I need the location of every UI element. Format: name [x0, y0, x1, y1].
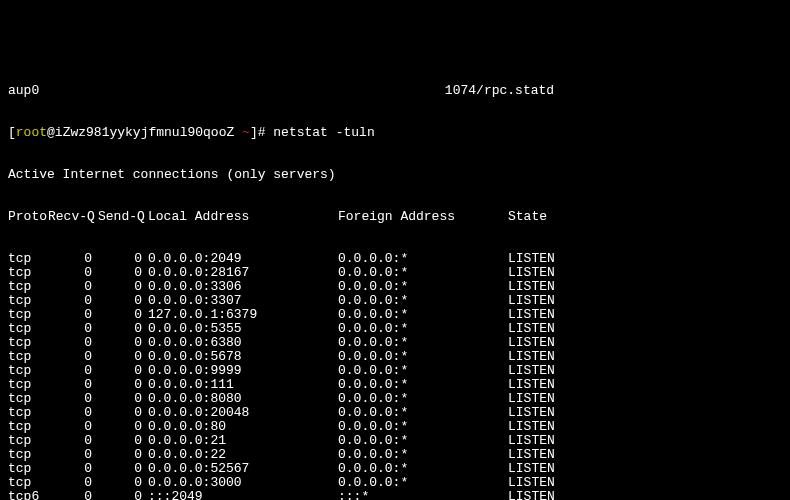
table-row: tcp000.0.0.0:53550.0.0.0:*LISTEN — [8, 322, 782, 336]
cell-recvq: 0 — [48, 308, 98, 322]
cell-proto: tcp — [8, 266, 48, 280]
cell-recvq: 0 — [48, 252, 98, 266]
cell-foreign: 0.0.0.0:* — [338, 350, 508, 364]
table-row: tcp000.0.0.0:33070.0.0.0:*LISTEN — [8, 294, 782, 308]
table-row: tcp000.0.0.0:1110.0.0.0:*LISTEN — [8, 378, 782, 392]
cell-state: LISTEN — [508, 462, 588, 476]
cell-proto: tcp — [8, 280, 48, 294]
cell-foreign: 0.0.0.0:* — [338, 266, 508, 280]
cell-proto: tcp — [8, 448, 48, 462]
table-row: tcp600:::2049:::*LISTEN — [8, 490, 782, 500]
cell-recvq: 0 — [48, 378, 98, 392]
cell-foreign: 0.0.0.0:* — [338, 280, 508, 294]
cell-sendq: 0 — [98, 378, 148, 392]
table-row: tcp000.0.0.0:56780.0.0.0:*LISTEN — [8, 350, 782, 364]
table-row: tcp000.0.0.0:30000.0.0.0:*LISTEN — [8, 476, 782, 490]
cell-local: :::2049 — [148, 490, 338, 500]
cell-foreign: 0.0.0.0:* — [338, 294, 508, 308]
table-row: tcp000.0.0.0:80800.0.0.0:*LISTEN — [8, 392, 782, 406]
header-recvq: Recv-Q — [48, 210, 98, 224]
cell-state: LISTEN — [508, 350, 588, 364]
prompt-host: @iZwz981yykyjfmnul90qooZ — [47, 125, 242, 140]
prompt-line[interactable]: [root@iZwz981yykyjfmnul90qooZ ~]# netsta… — [8, 126, 782, 140]
cell-state: LISTEN — [508, 392, 588, 406]
active-connections-header: Active Internet connections (only server… — [8, 168, 782, 182]
header-local-address: Local Address — [148, 210, 338, 224]
cell-proto: tcp — [8, 462, 48, 476]
table-row: tcp00127.0.0.1:63790.0.0.0:*LISTEN — [8, 308, 782, 322]
cell-recvq: 0 — [48, 322, 98, 336]
cell-foreign: 0.0.0.0:* — [338, 308, 508, 322]
cell-state: LISTEN — [508, 476, 588, 490]
column-headers: ProtoRecv-QSend-QLocal AddressForeign Ad… — [8, 210, 782, 224]
cell-foreign: 0.0.0.0:* — [338, 476, 508, 490]
cell-sendq: 0 — [98, 350, 148, 364]
cell-sendq: 0 — [98, 266, 148, 280]
cell-sendq: 0 — [98, 294, 148, 308]
cell-sendq: 0 — [98, 448, 148, 462]
netstat-rows: tcp000.0.0.0:20490.0.0.0:*LISTENtcp000.0… — [8, 252, 782, 500]
cell-sendq: 0 — [98, 280, 148, 294]
cell-foreign: 0.0.0.0:* — [338, 322, 508, 336]
cell-recvq: 0 — [48, 434, 98, 448]
cell-state: LISTEN — [508, 364, 588, 378]
cell-state: LISTEN — [508, 406, 588, 420]
cell-recvq: 0 — [48, 448, 98, 462]
cell-recvq: 0 — [48, 266, 98, 280]
cell-local: 0.0.0.0:21 — [148, 434, 338, 448]
header-sendq: Send-Q — [98, 210, 148, 224]
cell-proto: tcp — [8, 322, 48, 336]
cell-state: LISTEN — [508, 434, 588, 448]
header-foreign-address: Foreign Address — [338, 210, 508, 224]
cell-sendq: 0 — [98, 420, 148, 434]
cell-recvq: 0 — [48, 350, 98, 364]
cell-local: 0.0.0.0:6380 — [148, 336, 338, 350]
table-row: tcp000.0.0.0:99990.0.0.0:*LISTEN — [8, 364, 782, 378]
cell-state: LISTEN — [508, 378, 588, 392]
cell-local: 0.0.0.0:9999 — [148, 364, 338, 378]
cell-foreign: 0.0.0.0:* — [338, 364, 508, 378]
table-row: tcp000.0.0.0:210.0.0.0:*LISTEN — [8, 434, 782, 448]
cell-local: 0.0.0.0:80 — [148, 420, 338, 434]
cell-sendq: 0 — [98, 252, 148, 266]
cell-foreign: 0.0.0.0:* — [338, 434, 508, 448]
cell-local: 0.0.0.0:3306 — [148, 280, 338, 294]
cell-sendq: 0 — [98, 406, 148, 420]
cell-foreign: 0.0.0.0:* — [338, 336, 508, 350]
terminal-output[interactable]: aup0 1074/rpc.statd [root@iZwz981yykyjfm… — [8, 56, 782, 500]
table-row: tcp000.0.0.0:525670.0.0.0:*LISTEN — [8, 462, 782, 476]
cell-recvq: 0 — [48, 336, 98, 350]
prev-output-fragment: aup0 1074/rpc.statd — [8, 84, 782, 98]
command-text: netstat -tuln — [273, 125, 374, 140]
cell-sendq: 0 — [98, 434, 148, 448]
cell-foreign: 0.0.0.0:* — [338, 252, 508, 266]
cell-state: LISTEN — [508, 420, 588, 434]
cell-proto: tcp — [8, 420, 48, 434]
cell-foreign: 0.0.0.0:* — [338, 420, 508, 434]
cell-state: LISTEN — [508, 490, 588, 500]
prompt-user: root — [16, 125, 47, 140]
cell-proto: tcp — [8, 378, 48, 392]
cell-sendq: 0 — [98, 322, 148, 336]
cell-sendq: 0 — [98, 364, 148, 378]
cell-sendq: 0 — [98, 308, 148, 322]
cell-proto: tcp6 — [8, 490, 48, 500]
table-row: tcp000.0.0.0:220.0.0.0:*LISTEN — [8, 448, 782, 462]
cell-proto: tcp — [8, 308, 48, 322]
cell-recvq: 0 — [48, 406, 98, 420]
cell-foreign: 0.0.0.0:* — [338, 392, 508, 406]
cell-state: LISTEN — [508, 252, 588, 266]
cell-local: 0.0.0.0:111 — [148, 378, 338, 392]
cell-sendq: 0 — [98, 462, 148, 476]
cell-recvq: 0 — [48, 462, 98, 476]
cell-proto: tcp — [8, 364, 48, 378]
cell-foreign: 0.0.0.0:* — [338, 462, 508, 476]
table-row: tcp000.0.0.0:200480.0.0.0:*LISTEN — [8, 406, 782, 420]
cell-recvq: 0 — [48, 476, 98, 490]
cell-local: 0.0.0.0:22 — [148, 448, 338, 462]
cell-local: 0.0.0.0:5678 — [148, 350, 338, 364]
cell-local: 0.0.0.0:2049 — [148, 252, 338, 266]
cell-recvq: 0 — [48, 294, 98, 308]
cell-recvq: 0 — [48, 364, 98, 378]
table-row: tcp000.0.0.0:800.0.0.0:*LISTEN — [8, 420, 782, 434]
